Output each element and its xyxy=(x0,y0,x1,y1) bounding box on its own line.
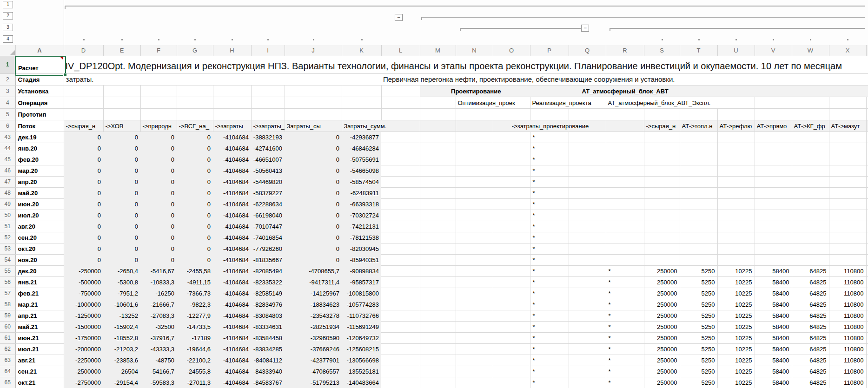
cell-H43[interactable]: -4104684 xyxy=(213,132,251,143)
cell-O50[interactable] xyxy=(493,210,530,221)
cell-Q55[interactable] xyxy=(569,265,606,276)
cell-V52[interactable] xyxy=(755,232,792,243)
cell-O5[interactable] xyxy=(493,108,530,120)
cell-G43[interactable]: 0 xyxy=(177,132,213,143)
cell-E54[interactable]: 0 xyxy=(103,254,140,265)
cell-G57[interactable]: -7366,73 xyxy=(177,288,213,299)
cell-G47[interactable]: 0 xyxy=(177,176,213,187)
cell-D54[interactable]: 0 xyxy=(64,254,103,265)
cell-Q48[interactable] xyxy=(569,187,606,198)
cell-U63[interactable]: 10225 xyxy=(717,355,755,366)
cell-D43[interactable]: 0 xyxy=(64,132,103,143)
cell-P55[interactable]: * xyxy=(530,265,569,276)
cell-F61[interactable]: -37916,7 xyxy=(140,332,177,343)
cell-D59[interactable]: -1250000 xyxy=(64,310,103,321)
cell-L5[interactable] xyxy=(381,108,420,120)
flow-header-H[interactable]: ->затраты xyxy=(213,120,251,132)
cell-R65[interactable]: * xyxy=(606,377,644,388)
cell-P51[interactable]: * xyxy=(530,221,569,232)
col-header-R[interactable]: R xyxy=(606,45,644,56)
cell-L65[interactable] xyxy=(381,377,420,388)
cell-N47[interactable] xyxy=(456,176,493,187)
cell-M61[interactable] xyxy=(420,332,456,343)
cell-R6[interactable] xyxy=(606,120,644,132)
cell-I54[interactable]: -81835667 xyxy=(251,254,285,265)
cell-I49[interactable]: -62288634 xyxy=(251,198,285,210)
cell-I50[interactable]: -66198040 xyxy=(251,210,285,221)
row-number[interactable]: 56 xyxy=(0,276,15,288)
cell-K55[interactable]: -90898834 xyxy=(342,265,381,276)
cell-O46[interactable] xyxy=(493,165,530,176)
cell-A3[interactable]: Установка xyxy=(15,85,64,97)
cell-X53[interactable] xyxy=(829,243,866,254)
cell-H59[interactable]: -4104684 xyxy=(213,310,251,321)
col-header-L[interactable]: L xyxy=(381,45,420,56)
cell-E48[interactable]: 0 xyxy=(103,187,140,198)
flow-header-E[interactable]: ->ХОВ xyxy=(103,120,140,132)
cell-L62[interactable] xyxy=(381,343,420,355)
cell-F51[interactable]: 0 xyxy=(140,221,177,232)
outline-level-4-button[interactable]: 4 xyxy=(3,35,13,43)
col-header-V[interactable]: V xyxy=(755,45,792,56)
cell-Q50[interactable] xyxy=(569,210,606,221)
cell-S45[interactable] xyxy=(644,154,680,165)
cell-P57[interactable]: * xyxy=(530,288,569,299)
cell-D52[interactable]: 0 xyxy=(64,232,103,243)
cell-L4[interactable] xyxy=(381,97,420,108)
cell-K51[interactable]: -74212131 xyxy=(342,221,381,232)
cell-Q60[interactable] xyxy=(569,321,606,332)
cell-O43[interactable] xyxy=(493,132,530,143)
cell-M6[interactable] xyxy=(420,120,456,132)
cell-S58[interactable]: 250000 xyxy=(644,299,680,310)
cell-P45[interactable]: * xyxy=(530,154,569,165)
cell-K58[interactable]: -105774283 xyxy=(342,299,381,310)
cell-M4[interactable] xyxy=(420,97,456,108)
cell-S47[interactable] xyxy=(644,176,680,187)
cell-J5[interactable] xyxy=(285,108,342,120)
flow-header-V[interactable]: АТ->прямо xyxy=(755,120,792,132)
cell-R51[interactable] xyxy=(606,221,644,232)
cell-A2[interactable]: Стадия xyxy=(15,73,64,85)
cell-V58[interactable]: 58400 xyxy=(755,299,792,310)
cell-P59[interactable]: * xyxy=(530,310,569,321)
cell-E63[interactable]: -23853,6 xyxy=(103,355,140,366)
cell-D62[interactable]: -2000000 xyxy=(64,343,103,355)
cell-T52[interactable] xyxy=(680,232,717,243)
cell-G48[interactable]: 0 xyxy=(177,187,213,198)
cell-L56[interactable] xyxy=(381,276,420,288)
cell-K65[interactable]: -140483664 xyxy=(342,377,381,388)
cell-H56[interactable]: -4104684 xyxy=(213,276,251,288)
cell-M47[interactable] xyxy=(420,176,456,187)
cell-I43[interactable]: -38832193 xyxy=(251,132,285,143)
row-number[interactable]: 50 xyxy=(0,210,15,221)
cell-M43[interactable] xyxy=(420,132,456,143)
operation-realization-cell[interactable]: Реализация_проекта xyxy=(530,97,606,108)
cell-Q54[interactable] xyxy=(569,254,606,265)
cell-H46[interactable]: -4104684 xyxy=(213,165,251,176)
cell-A47[interactable]: апр.20 xyxy=(15,176,64,187)
cell-I58[interactable]: -82834976 xyxy=(251,299,285,310)
row-number[interactable]: 49 xyxy=(0,198,15,210)
cell-X65[interactable]: 110800 xyxy=(829,377,866,388)
flow-header-S[interactable]: ->сырая_н xyxy=(644,120,680,132)
cell-P3[interactable] xyxy=(530,85,569,97)
cell-G62[interactable]: -19644,6 xyxy=(177,343,213,355)
cell-O53[interactable] xyxy=(493,243,530,254)
cell-U60[interactable]: 10225 xyxy=(717,321,755,332)
cell-K46[interactable]: -54665098 xyxy=(342,165,381,176)
row-number[interactable]: 58 xyxy=(0,299,15,310)
cell-L55[interactable] xyxy=(381,265,420,276)
cell-E53[interactable]: 0 xyxy=(103,243,140,254)
cell-M62[interactable] xyxy=(420,343,456,355)
cell-K4[interactable] xyxy=(342,97,381,108)
cell-E65[interactable]: -29154,4 xyxy=(103,377,140,388)
cell-L48[interactable] xyxy=(381,187,420,198)
cell-O54[interactable] xyxy=(493,254,530,265)
cell-E50[interactable]: 0 xyxy=(103,210,140,221)
cell-Q44[interactable] xyxy=(569,143,606,154)
cell-S63[interactable]: 250000 xyxy=(644,355,680,366)
row-number[interactable]: 1 xyxy=(0,56,15,73)
cell-G60[interactable]: -14733,5 xyxy=(177,321,213,332)
row-number[interactable]: 60 xyxy=(0,321,15,332)
col-header-O[interactable]: O xyxy=(493,45,530,56)
